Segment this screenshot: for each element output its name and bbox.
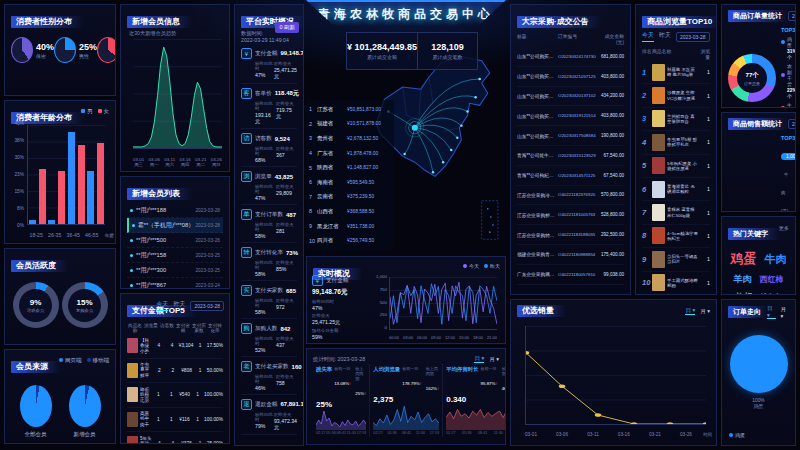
list-item[interactable]: **用户**500 2023-03-26 [127,233,223,248]
table-row[interactable]: 8 4~5cm精选宁夏枸杞王 1 [642,225,710,248]
source-pie-chart [69,385,101,427]
table-row[interactable]: 山东**公司购买小麦的集采公告(与山东**公… O20230320137102 … [517,87,624,107]
table-row[interactable]: 青海**公司牦牛肉集采成交公告(与青**公司… O20230315123529 … [517,146,624,166]
table-row[interactable]: 【秋香绿小米辣】盒片装 盒装 4 4 ¥3,104 1 17.50% [127,334,223,359]
column-header: 商品名称 [127,323,143,333]
legend-item[interactable]: 今天 [463,263,479,269]
list-item[interactable]: 霜**（手机用户**08） 2023-03-28 [127,218,223,233]
period-toggle[interactable]: 日 ▾ [685,307,695,315]
date-chip[interactable]: 2023-03-28 [190,301,224,311]
table-row[interactable]: 山东**公司购买青稞的集采公告(与山东**公… O20230317508584 … [517,126,624,146]
list-item[interactable]: **用户**867 2023-03-24 [127,278,223,289]
sales-value: 1,008 [781,153,796,160]
age-bar [78,145,85,224]
table-row[interactable]: 6 青海湖青盐 无碘湖盐颗粒 1 [642,178,710,201]
product-name: 5年头茬枸杞原浆 干枸杞中宁枸杞 [140,436,153,444]
gender-stat: 40% 保密 [11,37,54,63]
period-toggle[interactable]: 月 ▾ [489,356,499,363]
table-row[interactable]: 山东**公司购买玉米的集采公告(与山东**公… O20230324174730 … [517,47,624,67]
table-row[interactable]: 7 青稞米 蓝青稞米仁500g袋 1 [642,201,710,224]
table-row[interactable]: 广东企业采购藏红花成交公告(广东企业采购… O40221180057810 99… [517,265,624,285]
legend-item: 移动端 [87,357,110,364]
date-chip[interactable]: 2023-03-28 [676,32,710,42]
table-row[interactable]: 山东**公司购买菜籽油的集采公告(与山东**… O20230319121514 … [517,106,624,126]
keyword[interactable]: 鸡蛋 [731,250,757,268]
views-cell: 4 [153,441,167,444]
region-name: 贵州省 [317,135,347,142]
stat-icon: ¥ [312,275,323,286]
data-time-value: 2022-03-29 11:49:04 [241,37,289,43]
gender-stat: 25% 男性 [54,37,97,63]
source-legend: 网页端移动端 [59,357,109,364]
card-title: 平均停留时长 [446,366,478,373]
table-row[interactable]: 福建企业采购青稞米成交公告(福建企业采购… O40221180988854 17… [517,245,624,265]
date-chip[interactable]: 2023-03 [788,11,796,21]
tab[interactable]: 昨天 [173,300,185,311]
refresh-button[interactable]: 0 刷新 [275,22,299,33]
region-rank: 4 [309,150,317,156]
legend-swatch [87,358,91,362]
source-pies: 全部会员 新增会员 [11,373,109,438]
keyword[interactable]: 西红柿 [760,274,784,285]
member-date: 2023-03-28 [195,223,220,228]
table-row[interactable]: 山东**公司购买豆粕的集采公告(与山东**公… O20230321057125 … [517,67,624,87]
list-item[interactable]: **用户**158 2023-03-25 [127,248,223,263]
gender-pie-chart [54,37,76,63]
order-number: O40221180057810 [558,272,598,277]
legend-item[interactable]: 昨天 [484,263,500,269]
table-row[interactable]: 3 兰州鲜百合 真空装甜百合 1 [642,108,710,131]
table-row[interactable]: 5年头茬枸杞原浆 干枸杞中宁枸杞 4 4 ¥376 1 25.00% [127,432,223,444]
table-row[interactable]: 青海**公司枸杞原浆集采成交公告(与青**公… O20230314571125 … [517,166,624,186]
date-chip[interactable]: 2023-03 [788,119,796,129]
list-item[interactable]: **用户**188 2023-03-28 [127,203,223,218]
period-toggle[interactable]: 月 ▾ [700,308,710,315]
product-name: 高原牦牛肉干手撕 风干牦牛肉 [140,411,152,427]
region-rank: 10 [309,238,317,244]
legend-item: 女 [98,108,110,115]
stat-value: 487 [286,212,296,218]
rank-number: 3 [642,114,652,123]
table-row[interactable]: 9 当归头一等岷县当归片 1 [642,248,710,271]
activity-donut-chart: 9% 活跃会员 [13,282,59,328]
view-count: 1 [698,139,710,145]
keyword[interactable]: 枸杞 [736,291,752,295]
keyword[interactable]: 羊肉 [734,273,752,286]
table-row[interactable]: 5 5年枸杞原浆 小袋鲜压原液 1 [642,155,710,178]
table-row[interactable]: 冬虫夏草鲜草特级 那曲高原鲜虫草 2 2 ¥808 1 50.00% [127,359,223,384]
announcement-title: 江苏企业采购特级枸杞成交公告(江苏企业采… [517,232,558,238]
list-item[interactable]: **用户**300 2023-03-25 [127,263,223,278]
keyword[interactable]: 牦牛肉 [760,292,781,296]
more-link[interactable]: 更多 [779,225,789,231]
table-row[interactable]: 2 沙棘原浆 生榨VC沙棘汁原液 1 [642,84,710,107]
keyword[interactable]: 牛肉 [765,252,787,267]
table-row[interactable]: 江苏企业采购冷鲜羊肉成交公告(江苏企业采… O40221182376920 57… [517,186,624,206]
axis-tick: 17:53 [430,431,440,435]
announcement-title: 山东**公司购买豆粕的集采公告(与山东**公… [517,73,558,79]
order-donut-chart: 77个 订单总量 [728,54,776,102]
tab[interactable]: 昨天 [659,31,671,42]
column-header: 成交金额(元) [598,33,624,45]
table-row[interactable]: 高原牦牛肉干手撕 风干牦牛肉 1 1 ¥116 1 100.00% [127,408,223,433]
buyers-cell: 1 [193,368,207,373]
period-toggle[interactable]: 日 ▾ [474,355,484,363]
axis-tick: 08:41 [337,431,347,435]
panel-title: 优选销量 [517,305,566,317]
table-row[interactable]: 10 手工藏式酥油糌粑粉 1 [642,272,710,295]
deal-amount: 403,800.00 [598,113,624,118]
tab[interactable]: 今天 [156,300,168,311]
view-count: 1 [698,210,710,216]
table-row[interactable]: 4 冬虫夏草5根 那曲鲜草礼盒 1 [642,131,710,154]
table-row[interactable]: 1 秋葵脆 不含蔗糖 脆片55g装 1 [642,61,710,84]
tab[interactable]: 今天 [642,31,654,42]
axis-tick: 30% [6,155,24,160]
delta-day: 较前一日95.87%↑ [481,366,498,394]
age-bar [68,132,75,224]
table-row[interactable]: 江苏企业采购特级枸杞成交公告(江苏企业采… O40221183188055 29… [517,225,624,245]
stat-icon: 老 [241,361,252,372]
period-toggle[interactable]: 日 ▾ [767,305,776,319]
table-row[interactable]: 江苏企业采购鲜牛肉成交公告(江苏企业采购… O40221181005763 52… [517,205,624,225]
pay-top5-table: 【秋香绿小米辣】盒片装 盒装 4 4 ¥3,104 1 17.50% 冬虫夏草鲜… [127,334,223,444]
period-toggle[interactable]: 月 ▾ [781,306,790,319]
axis-tick: 500 [369,300,387,305]
table-row[interactable]: 骆驼奶粉正宗驼乳 280g罐装 1 1 ¥540 1 100.00% [127,383,223,408]
